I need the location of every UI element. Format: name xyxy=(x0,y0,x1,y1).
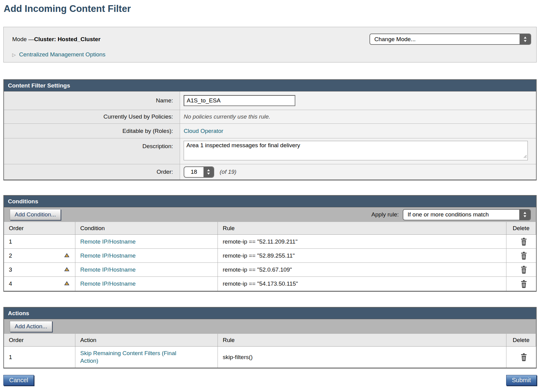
trash-icon xyxy=(520,353,527,361)
conditions-toolbar: Add Condition... Apply rule: If one or m… xyxy=(4,207,536,222)
delete-button[interactable] xyxy=(520,353,527,361)
rule-cell: remote-ip == "52.0.67.109" xyxy=(218,263,506,276)
rule-text: remote-ip == "52.11.209.211" xyxy=(223,238,297,245)
column-header-rule: Rule xyxy=(218,334,506,346)
order-label: Order: xyxy=(4,164,180,180)
actions-section-header: Actions xyxy=(4,308,536,319)
apply-rule-selected-option: If one or more conditions match xyxy=(403,210,519,220)
condition-link[interactable]: Remote IP/Hostname xyxy=(80,280,136,287)
apply-rule-select[interactable]: If one or more conditions match xyxy=(403,209,531,220)
name-input[interactable] xyxy=(184,95,295,106)
actions-table: Actions Add Action... Order Action Rule … xyxy=(3,307,537,369)
content-filter-settings-table: Content Filter Settings Name: Currently … xyxy=(3,79,537,180)
delete-cell xyxy=(506,249,536,262)
actions-header-row: Order Action Rule Delete xyxy=(4,334,536,347)
rule-cell: remote-ip == "52.89.255.11" xyxy=(218,249,506,262)
action-order: 1 xyxy=(9,354,12,361)
mode-panel: Mode —Cluster: Hosted_Cluster Change Mod… xyxy=(3,27,537,62)
condition-cell: Remote IP/Hostname xyxy=(75,263,218,276)
condition-row: 1 Remote IP/Hostname remote-ip == "52.11… xyxy=(4,235,536,249)
condition-row: 3 Remote IP/Hostname remote-ip == "52.0.… xyxy=(4,263,536,277)
action-order-cell: 1 xyxy=(4,347,75,368)
change-mode-select[interactable]: Change Mode... xyxy=(369,34,531,45)
stepper-icon xyxy=(519,210,530,220)
delete-button[interactable] xyxy=(520,251,527,260)
condition-link[interactable]: Remote IP/Hostname xyxy=(80,238,136,245)
condition-row: 2 Remote IP/Hostname remote-ip == "52.89… xyxy=(4,249,536,263)
rule-text: remote-ip == "52.89.255.11" xyxy=(223,252,295,259)
expand-triangle-icon: ▷ xyxy=(12,52,16,57)
order-value: 18 xyxy=(184,167,203,177)
page-title: Add Incoming Content Filter xyxy=(0,0,540,15)
condition-order: 1 xyxy=(9,238,12,245)
condition-order-cell: 4 xyxy=(4,277,75,291)
move-up-icon[interactable] xyxy=(64,280,70,287)
condition-cell: Remote IP/Hostname xyxy=(75,235,218,248)
condition-link[interactable]: Remote IP/Hostname xyxy=(80,252,136,259)
order-of-total: (of 19) xyxy=(220,169,236,175)
change-mode-selected-option: Change Mode... xyxy=(370,34,520,44)
mode-value: Cluster: Hosted_Cluster xyxy=(34,36,101,42)
description-textarea[interactable]: Area 1 inspected messages for final deli… xyxy=(184,141,528,160)
cancel-button[interactable]: Cancel xyxy=(3,375,34,386)
conditions-table: Conditions Add Condition... Apply rule: … xyxy=(3,195,537,292)
trash-icon xyxy=(520,251,527,260)
move-up-icon[interactable] xyxy=(64,266,70,273)
delete-cell xyxy=(506,277,536,291)
condition-link[interactable]: Remote IP/Hostname xyxy=(80,266,136,273)
condition-order: 4 xyxy=(9,280,12,287)
settings-section-header: Content Filter Settings xyxy=(4,80,536,91)
add-action-button[interactable]: Add Action... xyxy=(10,321,52,332)
resize-grip-icon[interactable] xyxy=(523,153,527,160)
condition-order-cell: 3 xyxy=(4,263,75,276)
trash-icon xyxy=(520,280,527,288)
column-header-condition: Condition xyxy=(75,222,218,234)
column-header-delete: Delete xyxy=(506,222,536,234)
policies-value-cell: No policies currently use this rule. xyxy=(180,110,536,123)
settings-row-policies: Currently Used by Policies: No policies … xyxy=(4,110,536,124)
settings-row-roles: Editable by (Roles): Cloud Operator xyxy=(4,124,536,138)
mode-label: Mode — xyxy=(12,36,34,42)
main-content: Mode —Cluster: Hosted_Cluster Change Mod… xyxy=(0,27,540,369)
submit-button[interactable]: Submit xyxy=(506,375,537,386)
add-condition-button[interactable]: Add Condition... xyxy=(10,209,61,220)
rule-text: skip-filters() xyxy=(223,354,253,361)
condition-row: 4 Remote IP/Hostname remote-ip == "54.17… xyxy=(4,277,536,291)
centralized-management-options-toggle[interactable]: ▷ Centralized Management Options xyxy=(12,51,106,58)
delete-button[interactable] xyxy=(520,280,527,288)
apply-rule-label: Apply rule: xyxy=(371,211,399,218)
stepper-icon xyxy=(203,167,214,177)
delete-cell xyxy=(506,347,536,368)
settings-row-order: Order: 18 (of 19) xyxy=(4,164,536,180)
description-label: Description: xyxy=(4,138,180,164)
name-label: Name: xyxy=(4,91,180,110)
rule-cell: remote-ip == "54.173.50.115" xyxy=(218,277,506,291)
settings-row-description: Description: Area 1 inspected messages f… xyxy=(4,138,536,164)
column-header-order: Order xyxy=(4,334,75,346)
roles-value-link[interactable]: Cloud Operator xyxy=(184,128,223,134)
description-value-cell: Area 1 inspected messages for final deli… xyxy=(180,138,536,164)
rule-text: remote-ip == "52.0.67.109" xyxy=(223,266,292,273)
rule-cell: skip-filters() xyxy=(218,347,506,368)
delete-button[interactable] xyxy=(520,265,527,274)
action-link[interactable]: Skip Remaining Content Filters (Final Ac… xyxy=(80,347,193,368)
policies-value: No policies currently use this rule. xyxy=(184,113,270,120)
footer-bar: Cancel Submit xyxy=(0,375,540,386)
column-header-action: Action xyxy=(75,334,218,346)
condition-cell: Remote IP/Hostname xyxy=(75,249,218,262)
settings-row-name: Name: xyxy=(4,91,536,110)
conditions-header-row: Order Condition Rule Delete xyxy=(4,222,536,235)
apply-rule-wrap: Apply rule: If one or more conditions ma… xyxy=(371,209,531,220)
rule-text: remote-ip == "54.173.50.115" xyxy=(223,280,298,287)
order-stepper[interactable]: 18 xyxy=(184,166,214,178)
page: Add Incoming Content Filter Mode —Cluste… xyxy=(0,0,540,392)
delete-cell xyxy=(506,263,536,276)
condition-order-cell: 2 xyxy=(4,249,75,262)
trash-icon xyxy=(520,237,527,246)
action-cell: Skip Remaining Content Filters (Final Ac… xyxy=(75,347,218,368)
stepper-icon xyxy=(520,34,531,44)
column-header-order: Order xyxy=(4,222,75,234)
delete-button[interactable] xyxy=(520,237,527,246)
actions-toolbar: Add Action... xyxy=(4,319,536,334)
move-up-icon[interactable] xyxy=(64,252,70,259)
